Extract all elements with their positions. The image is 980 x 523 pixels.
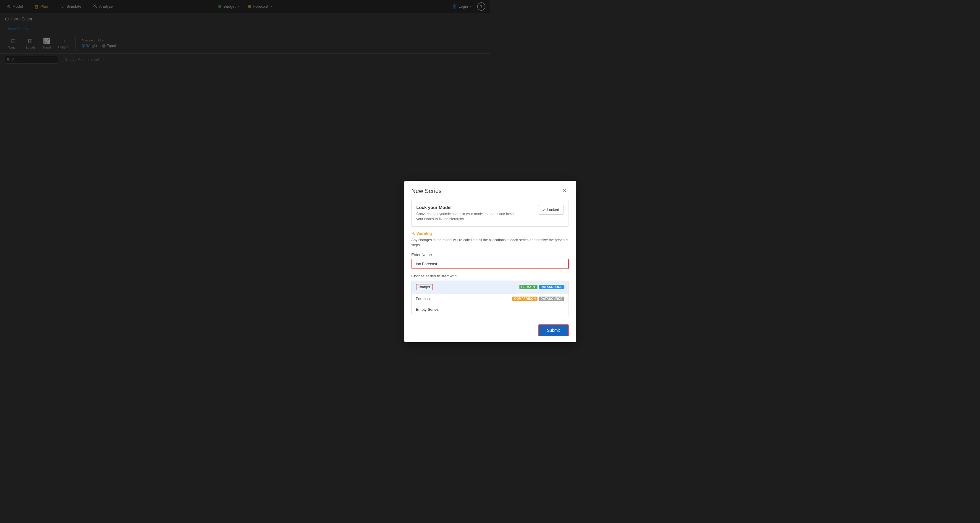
warning-section: ⚠ Warning Any changes in the model will … [412,231,490,248]
warning-title: ⚠ Warning [412,231,490,236]
enter-name-label: Enter Name [412,252,490,257]
new-series-modal: New Series ✕ Lock your Model Converts th… [404,181,490,262]
lock-description: Converts the dynamic nodes in your model… [417,212,490,222]
lock-text: Lock your Model Converts the dynamic nod… [417,205,490,222]
warning-label: Warning [417,231,432,236]
modal-header: New Series ✕ [404,181,490,200]
warning-text: Any changes in the model will re-calcula… [412,238,490,248]
lock-section: Lock your Model Converts the dynamic nod… [412,200,490,227]
modal-overlay: New Series ✕ Lock your Model Converts th… [0,0,490,262]
name-input-wrap: Enter Name [412,252,490,262]
warning-icon: ⚠ [412,231,415,236]
modal-title: New Series [412,188,442,195]
name-input[interactable] [412,259,490,262]
modal-body: Lock your Model Converts the dynamic nod… [404,200,490,262]
lock-heading: Lock your Model [417,205,490,210]
